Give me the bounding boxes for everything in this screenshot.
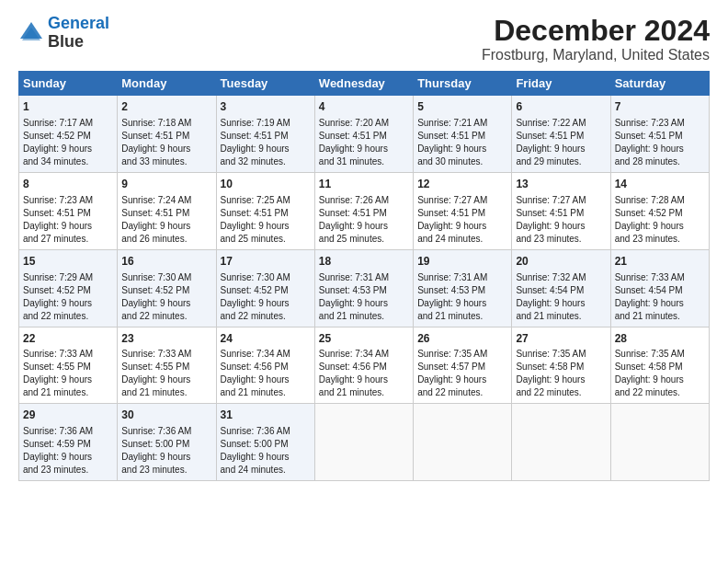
cell-line: Sunrise: 7:25 AM <box>221 194 311 207</box>
calendar-cell: 30Sunrise: 7:36 AMSunset: 5:00 PMDayligh… <box>118 404 216 481</box>
cell-line: Sunrise: 7:27 AM <box>417 194 507 207</box>
week-row-5: 29Sunrise: 7:36 AMSunset: 4:59 PMDayligh… <box>19 404 710 481</box>
cell-line: Daylight: 9 hours <box>516 373 606 386</box>
calendar-cell: 18Sunrise: 7:31 AMSunset: 4:53 PMDayligh… <box>314 249 413 327</box>
cell-line: and 31 minutes. <box>319 155 409 168</box>
day-number: 1 <box>23 99 113 115</box>
day-number: 23 <box>121 331 211 347</box>
cell-line: Sunset: 4:51 PM <box>221 207 311 220</box>
cell-line: Sunset: 4:52 PM <box>615 207 705 220</box>
cell-line: Daylight: 9 hours <box>417 220 507 233</box>
cell-line: Sunrise: 7:23 AM <box>615 117 705 130</box>
cell-line: Sunrise: 7:19 AM <box>221 117 311 130</box>
cell-line: Sunrise: 7:36 AM <box>121 425 211 438</box>
day-number: 11 <box>319 177 409 192</box>
day-number: 26 <box>417 331 507 347</box>
day-number: 22 <box>23 331 113 347</box>
cell-line: Daylight: 9 hours <box>417 143 507 155</box>
calendar-cell: 28Sunrise: 7:35 AMSunset: 4:58 PMDayligh… <box>610 327 709 404</box>
calendar-cell: 29Sunrise: 7:36 AMSunset: 4:59 PMDayligh… <box>19 404 118 481</box>
day-number: 2 <box>121 99 211 115</box>
cell-line: and 22 minutes. <box>221 310 311 323</box>
cell-line: Sunset: 4:52 PM <box>23 284 113 297</box>
cell-line: Daylight: 9 hours <box>516 297 606 310</box>
cell-line: and 21 minutes. <box>417 310 507 323</box>
calendar-cell <box>512 404 610 481</box>
cell-line: Daylight: 9 hours <box>121 297 211 310</box>
day-number: 21 <box>615 254 705 270</box>
cell-line: Daylight: 9 hours <box>121 451 211 464</box>
cell-line: Sunrise: 7:32 AM <box>516 271 606 284</box>
cell-line: and 25 minutes. <box>319 233 409 246</box>
cell-line: Sunrise: 7:26 AM <box>319 194 409 207</box>
cell-line: Sunset: 5:00 PM <box>121 438 211 451</box>
cell-line: Sunrise: 7:23 AM <box>23 194 113 207</box>
calendar-cell: 21Sunrise: 7:33 AMSunset: 4:54 PMDayligh… <box>610 249 709 327</box>
day-number: 8 <box>23 177 113 192</box>
col-header-wednesday: Wednesday <box>314 72 413 96</box>
cell-line: Daylight: 9 hours <box>615 143 705 155</box>
calendar-cell <box>610 404 709 481</box>
calendar-cell: 4Sunrise: 7:20 AMSunset: 4:51 PMDaylight… <box>314 96 413 173</box>
day-number: 9 <box>121 177 211 192</box>
cell-line: Sunset: 4:51 PM <box>417 207 507 220</box>
cell-line: Daylight: 9 hours <box>319 297 409 310</box>
cell-line: and 23 minutes. <box>23 464 113 477</box>
cell-line: Sunset: 4:51 PM <box>417 130 507 143</box>
cell-line: Sunrise: 7:34 AM <box>221 348 311 361</box>
cell-line: Sunset: 4:51 PM <box>319 207 409 220</box>
day-number: 7 <box>615 99 705 115</box>
calendar-cell: 10Sunrise: 7:25 AMSunset: 4:51 PMDayligh… <box>216 172 314 249</box>
cell-line: Sunrise: 7:30 AM <box>121 271 211 284</box>
cell-line: Sunrise: 7:27 AM <box>516 194 606 207</box>
calendar-cell: 2Sunrise: 7:18 AMSunset: 4:51 PMDaylight… <box>118 96 216 173</box>
cell-line: Sunrise: 7:34 AM <box>319 348 409 361</box>
day-number: 14 <box>615 177 705 192</box>
cell-line: and 21 minutes. <box>319 310 409 323</box>
cell-line: Sunset: 4:54 PM <box>615 284 705 297</box>
cell-line: Sunrise: 7:22 AM <box>516 117 606 130</box>
calendar-cell: 19Sunrise: 7:31 AMSunset: 4:53 PMDayligh… <box>414 249 512 327</box>
cell-line: and 22 minutes. <box>23 310 113 323</box>
cell-line: and 21 minutes. <box>319 386 409 399</box>
cell-line: Sunset: 4:55 PM <box>121 361 211 373</box>
logo-text: GeneralBlue <box>48 15 109 52</box>
cell-line: Sunset: 4:51 PM <box>516 130 606 143</box>
cell-line: Sunrise: 7:18 AM <box>121 117 211 130</box>
calendar-cell: 17Sunrise: 7:30 AMSunset: 4:52 PMDayligh… <box>216 249 314 327</box>
cell-line: and 21 minutes. <box>23 386 113 399</box>
calendar-cell: 13Sunrise: 7:27 AMSunset: 4:51 PMDayligh… <box>512 172 610 249</box>
cell-line: Sunset: 4:51 PM <box>121 130 211 143</box>
day-number: 25 <box>319 331 409 347</box>
day-number: 17 <box>221 254 311 270</box>
calendar-cell: 7Sunrise: 7:23 AMSunset: 4:51 PMDaylight… <box>610 96 709 173</box>
cell-line: and 22 minutes. <box>121 310 211 323</box>
cell-line: Sunset: 4:52 PM <box>221 284 311 297</box>
cell-line: and 22 minutes. <box>516 386 606 399</box>
calendar-cell: 20Sunrise: 7:32 AMSunset: 4:54 PMDayligh… <box>512 249 610 327</box>
cell-line: Daylight: 9 hours <box>23 143 113 155</box>
calendar-cell: 15Sunrise: 7:29 AMSunset: 4:52 PMDayligh… <box>19 249 118 327</box>
cell-line: Sunset: 4:53 PM <box>417 284 507 297</box>
calendar-cell: 6Sunrise: 7:22 AMSunset: 4:51 PMDaylight… <box>512 96 610 173</box>
cell-line: Sunset: 4:51 PM <box>121 207 211 220</box>
calendar-cell: 16Sunrise: 7:30 AMSunset: 4:52 PMDayligh… <box>118 249 216 327</box>
day-number: 27 <box>516 331 606 347</box>
calendar-cell: 5Sunrise: 7:21 AMSunset: 4:51 PMDaylight… <box>414 96 512 173</box>
cell-line: Daylight: 9 hours <box>23 220 113 233</box>
cell-line: Sunset: 4:55 PM <box>23 361 113 373</box>
col-header-thursday: Thursday <box>414 72 512 96</box>
cell-line: Sunrise: 7:33 AM <box>615 271 705 284</box>
cell-line: and 25 minutes. <box>221 233 311 246</box>
day-number: 15 <box>23 254 113 270</box>
cell-line: Sunrise: 7:28 AM <box>615 194 705 207</box>
cell-line: Daylight: 9 hours <box>23 451 113 464</box>
page: GeneralBlue December 2024 Frostburg, Mar… <box>0 0 728 490</box>
cell-line: Daylight: 9 hours <box>319 373 409 386</box>
cell-line: Sunset: 4:59 PM <box>23 438 113 451</box>
cell-line: and 21 minutes. <box>121 386 211 399</box>
cell-line: and 22 minutes. <box>417 386 507 399</box>
calendar-cell: 8Sunrise: 7:23 AMSunset: 4:51 PMDaylight… <box>19 172 118 249</box>
col-header-sunday: Sunday <box>19 72 118 96</box>
cell-line: Sunrise: 7:31 AM <box>417 271 507 284</box>
